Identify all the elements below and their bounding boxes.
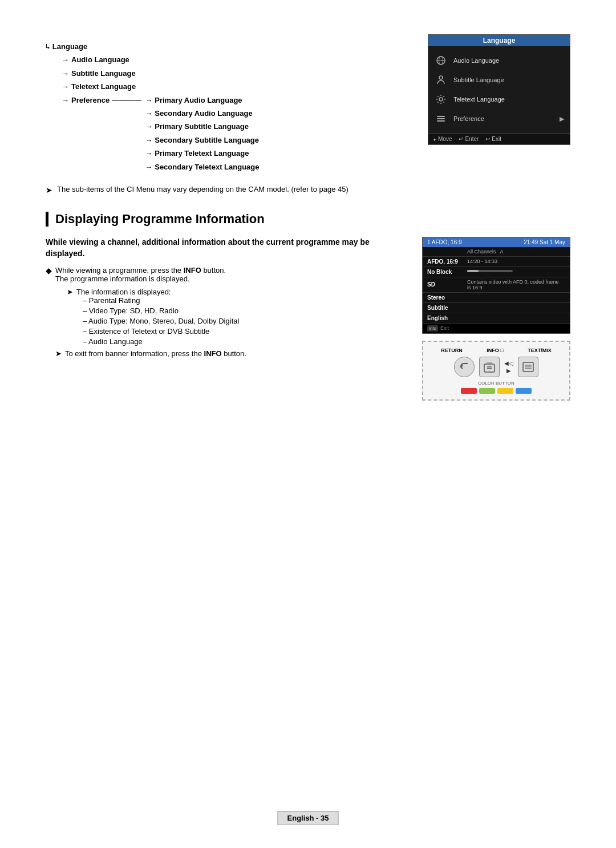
textmix-label: TEXT/MIX (528, 348, 552, 353)
sub-item-parental: – Parental Rating (83, 296, 246, 305)
tv-label: Stereo (427, 294, 467, 301)
arrow-icon: → (62, 94, 69, 107)
tv-channel-value: All Channels A (467, 249, 504, 255)
return-label: RETURN (441, 348, 463, 353)
enter-symbol: ↵ (459, 136, 463, 142)
move-symbol: ⬧ (433, 136, 436, 142)
red-button[interactable] (461, 388, 477, 394)
tree-item-audio: → Audio Language (62, 53, 405, 66)
color-button-label: COLOR BUTTON (478, 381, 514, 386)
language-section: ↳ Language → Audio Language → Subtitle L… (46, 34, 570, 173)
tree-item-teletext: → Teletext Language (62, 80, 405, 93)
panel-item-text: Audio Language (453, 57, 564, 64)
panel-body: Audio Language Subtitle Language Teletex… (428, 46, 570, 133)
info-button[interactable] (479, 357, 500, 377)
main-content: While viewing a channel, additional info… (46, 237, 570, 401)
dash-line: ———— (112, 94, 141, 107)
person2-icon (434, 112, 448, 126)
sub-item-text: – Existence of Teletext or DVB Subtitle (83, 327, 209, 336)
corner-symbol: ↳ (46, 40, 50, 53)
svg-point-4 (439, 98, 443, 101)
tree-item-label: Primary Teletext Language (155, 147, 249, 160)
tree-item-label: Secondary Teletext Language (155, 160, 259, 173)
bullet-main-end: button. (201, 266, 226, 274)
arrow-icon: → (145, 134, 152, 147)
panel-item-text: Preference (453, 115, 554, 122)
sub-item-video-type: – Video Type: SD, HD, Radio (83, 306, 246, 315)
textmix-button[interactable] (518, 357, 538, 377)
programme-info-text: The programme information is displayed. (55, 274, 190, 283)
tree-item-label: Subtitle Language (71, 67, 136, 80)
tv-bar (467, 269, 513, 274)
tree-item-label: Secondary Subtitle Language (155, 134, 259, 147)
note-arrow-icon: ➤ (46, 185, 52, 195)
tree-item-label: Primary Subtitle Language (155, 120, 249, 133)
blue-button[interactable] (516, 388, 532, 394)
language-tree: ↳ Language → Audio Language → Subtitle L… (46, 34, 405, 173)
sub-item-audio-lang: – Audio Language (83, 337, 246, 346)
arrow-icon: → (145, 160, 152, 173)
arrow-icon: → (62, 53, 69, 66)
section-intro: While viewing a channel, additional info… (46, 237, 405, 259)
sub-item-text: – Audio Type: Mono, Stereo, Dual, Dolby … (83, 317, 239, 325)
globe-icon (434, 54, 448, 67)
tv-label: Subtitle (427, 305, 467, 311)
svg-rect-7 (437, 120, 445, 122)
tv-row-noblock: No Block (423, 267, 570, 277)
return-button[interactable] (454, 357, 475, 377)
tv-header-time: 21:49 Sat 1 May (524, 239, 565, 245)
info-bold2: INFO (204, 349, 222, 358)
footer-exit-label: Exit (492, 136, 501, 142)
sub-item-text: – Parental Rating (83, 296, 140, 305)
tv-row-subtitle: Subtitle (423, 303, 570, 313)
footer-move: ⬧ Move (433, 136, 452, 142)
arrow-icon: → (145, 94, 152, 107)
sub-item-text: – Audio Language (83, 337, 143, 346)
tv-time-value: 14:20 - 14:33 (467, 259, 497, 264)
sub-item-text: – Video Type: SD, HD, Radio (83, 306, 179, 315)
tree-sub-secondary-subtitle: → Secondary Subtitle Language (145, 134, 259, 147)
gear-icon (434, 92, 448, 106)
exit-label: Exit (440, 325, 449, 331)
footer-enter: ↵ Enter (459, 136, 479, 142)
tree-item-label: Audio Language (71, 53, 129, 66)
diamond-icon: ◆ (46, 266, 52, 275)
panel-title: Language (428, 35, 570, 46)
note-text: The sub-items of the CI Menu may vary de… (57, 185, 348, 193)
exit-arrow-icon: ➤ (55, 349, 62, 358)
chevron-right-icon: ▶ (560, 115, 564, 123)
intro-text: While viewing a channel, additional info… (46, 237, 370, 258)
section-title: Displaying Programme Information (55, 212, 570, 227)
tv-row-sd: SD Contains video with AFD 0; coded fram… (423, 277, 570, 293)
exit-note-text: To exit from banner information, press t… (65, 349, 246, 358)
content-right: 1 AFDO, 16:9 21:49 Sat 1 May All Channel… (422, 237, 570, 401)
tree-item-label: Teletext Language (71, 80, 136, 93)
tv-header-channel: 1 AFDO, 16:9 (427, 239, 462, 245)
tree-item-label: Preference (71, 94, 110, 107)
page-footer: English - 35 (278, 811, 339, 825)
remote-labels: RETURN INFO □ TEXT/MIX (429, 348, 564, 353)
svg-rect-10 (484, 364, 495, 372)
sub-item-teletext: – Existence of Teletext or DVB Subtitle (83, 327, 246, 336)
tree-root: ↳ Language (46, 40, 405, 53)
tv-label: AFDO, 16:9 (427, 259, 467, 265)
tv-row-stereo: Stereo (423, 293, 570, 303)
green-button[interactable] (479, 388, 495, 394)
tv-label: No Block (427, 269, 467, 275)
yellow-button[interactable] (497, 388, 513, 394)
language-panel: Language Audio Language Subtitle Languag… (428, 34, 570, 145)
tree-item-label: Primary Audio Language (155, 94, 242, 107)
tv-exit-footer: info Exit (423, 324, 570, 333)
panel-footer: ⬧ Move ↵ Enter ↩ Exit (428, 133, 570, 144)
tree-sub-secondary-teletext: → Secondary Teletext Language (145, 160, 259, 173)
page-number: English - 35 (278, 811, 339, 825)
bullet-item-info: ◆ While viewing a programme, press the I… (46, 266, 405, 358)
tree-item-subtitle: → Subtitle Language (62, 67, 405, 80)
info-label: INFO □ (487, 348, 503, 353)
svg-rect-6 (437, 118, 445, 119)
sub-note-label: The information is displayed: (76, 288, 171, 296)
sub-note-arrow: ➤ (67, 288, 73, 296)
arrow-icon: → (145, 120, 152, 133)
info-sub-list: ➤ The information is displayed: – Parent… (67, 288, 246, 346)
arrow-icon: → (145, 107, 152, 120)
